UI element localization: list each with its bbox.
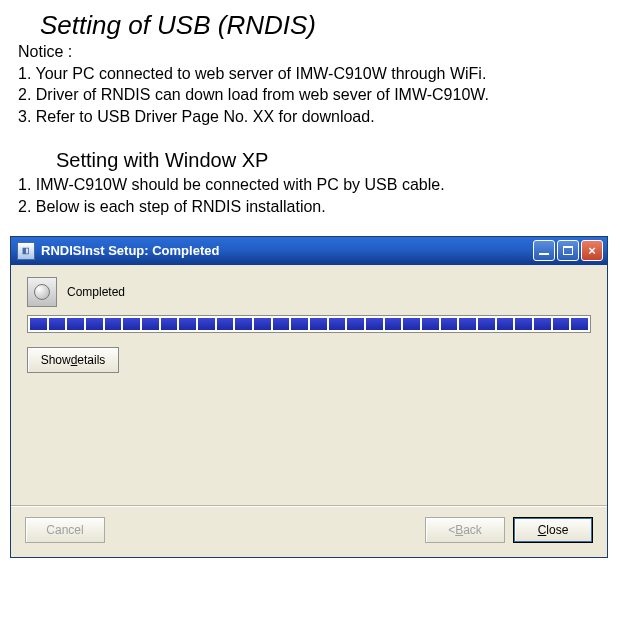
disc-icon [34,284,50,300]
installer-status-icon [27,277,57,307]
window-close-button[interactable]: × [581,240,603,261]
maximize-button[interactable] [557,240,579,261]
footer-buttons: Cancel < Back Close [11,507,607,557]
sub-title: Setting with Window XP [56,149,622,172]
window-title: RNDISInst Setup: Completed [41,243,219,258]
notice-label: Notice : [18,41,622,63]
status-text: Completed [67,285,125,299]
installer-window: ◧ RNDISInst Setup: Completed × Completed… [10,236,608,558]
installer-app-icon: ◧ [17,242,35,260]
minimize-icon [539,253,549,255]
close-icon: × [588,244,596,257]
minimize-button[interactable] [533,240,555,261]
maximize-icon [563,246,573,255]
window-titlebar[interactable]: ◧ RNDISInst Setup: Completed × [11,237,607,265]
step-item: 2. Below is each step of RNDIS installat… [18,196,622,218]
show-details-button[interactable]: Show details [27,347,119,373]
notice-item: 1. Your PC connected to web server of IM… [18,63,622,85]
status-row: Completed [27,277,591,307]
notice-item: 3. Refer to USB Driver Page No. XX for d… [18,106,622,128]
step-item: 1. IMW-C910W should be connected with PC… [18,174,622,196]
close-button[interactable]: Close [513,517,593,543]
installer-content: Completed Show details [11,265,607,505]
window-controls: × [533,240,603,261]
progress-bar [27,315,591,333]
cancel-button: Cancel [25,517,105,543]
page-title: Setting of USB (RNDIS) [40,10,622,41]
notice-item: 2. Driver of RNDIS can down load from we… [18,84,622,106]
back-button: < Back [425,517,505,543]
